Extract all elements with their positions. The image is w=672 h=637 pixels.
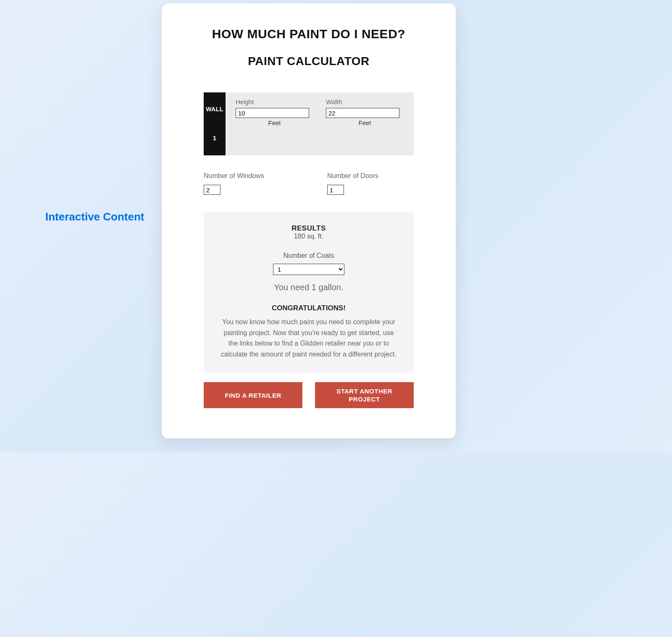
windows-input[interactable] <box>204 185 220 195</box>
results-title: RESULTS <box>214 224 404 233</box>
sidebar-label: Interactive Content <box>45 210 144 224</box>
height-label: Height <box>236 98 313 105</box>
find-retailer-button[interactable]: FIND A RETAILER <box>204 382 302 408</box>
height-group: Height Feet <box>236 98 313 147</box>
windows-group: Number of Windows <box>204 172 264 195</box>
results-sqft: 180 sq. ft. <box>214 233 404 240</box>
main-heading: HOW MUCH PAINT DO I NEED? <box>204 27 414 41</box>
wall-tab[interactable]: WALL 1 <box>204 92 226 155</box>
congrats-title: CONGRATULATIONS! <box>214 304 404 312</box>
coats-select[interactable]: 1 <box>273 264 344 275</box>
results-box: RESULTS 180 sq. ft. Number of Coats 1 Yo… <box>204 212 414 373</box>
wall-tab-label: WALL <box>206 106 223 113</box>
counts-row: Number of Windows Number of Doors <box>204 172 414 195</box>
gallons-text: You need 1 gallon. <box>214 283 404 292</box>
sub-heading: PAINT CALCULATOR <box>204 55 414 68</box>
doors-group: Number of Doors <box>327 172 378 195</box>
start-another-button[interactable]: START ANOTHER PROJECT <box>315 382 414 408</box>
doors-label: Number of Doors <box>327 172 378 180</box>
width-group: Width Feet <box>326 98 404 147</box>
coats-label: Number of Coats <box>214 252 404 260</box>
height-input[interactable] <box>236 108 309 118</box>
windows-label: Number of Windows <box>204 172 264 180</box>
wall-tab-number: 1 <box>213 134 216 142</box>
doors-input[interactable] <box>327 185 344 195</box>
width-unit: Feet <box>326 119 404 126</box>
buttons-row: FIND A RETAILER START ANOTHER PROJECT <box>204 382 414 408</box>
height-unit: Feet <box>236 119 313 126</box>
wall-row: WALL 1 Height Feet Width Feet <box>204 92 414 155</box>
congrats-text: You now know how much paint you need to … <box>214 317 404 359</box>
calculator-card: HOW MUCH PAINT DO I NEED? PAINT CALCULAT… <box>162 3 456 438</box>
width-input[interactable] <box>326 108 399 118</box>
width-label: Width <box>326 98 404 105</box>
wall-inputs: Height Feet Width Feet <box>226 92 414 155</box>
